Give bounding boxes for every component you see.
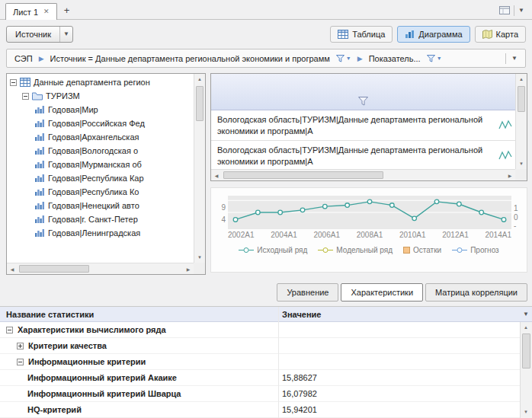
statistic-name: Информационные критерии bbox=[28, 357, 146, 366]
scroll-right-icon[interactable]: ▶ bbox=[183, 263, 194, 274]
collapse-icon[interactable] bbox=[22, 93, 29, 100]
breadcrumb-separator-icon: ▶ bbox=[357, 55, 363, 62]
statistic-row[interactable]: Информационный критерий Акаике15,88627 bbox=[0, 370, 520, 386]
statistic-row[interactable]: Информационные критерии bbox=[0, 354, 520, 370]
statistic-value: 15,94201 bbox=[278, 405, 520, 414]
tree-horizontal-scrollbar[interactable]: ◀ ▶ bbox=[7, 263, 194, 274]
scrollbar-thumb[interactable] bbox=[196, 86, 204, 121]
scroll-down-icon[interactable]: ▼ bbox=[516, 158, 527, 169]
tree-item[interactable]: Годовая|г. Санкт-Петер bbox=[7, 212, 194, 226]
statistic-value: 15,88627 bbox=[278, 373, 520, 382]
scroll-left-icon[interactable]: ◀ bbox=[7, 263, 18, 274]
statistic-row[interactable]: Информационный критерий Шварца16,07982 bbox=[0, 386, 520, 402]
tabbar-actions: ▼ bbox=[499, 5, 529, 16]
series-bars-icon bbox=[34, 132, 45, 142]
tree-item[interactable]: Годовая|Республика Кар bbox=[7, 171, 194, 185]
tree-item[interactable]: Годовая|Российская Фед bbox=[7, 116, 194, 130]
new-tab-button[interactable]: + bbox=[59, 2, 75, 18]
expand-icon[interactable] bbox=[17, 343, 24, 349]
indicator-filter-button[interactable]: ▼ bbox=[427, 55, 442, 62]
series-vertical-scrollbar[interactable]: ▲ ▼ bbox=[515, 74, 527, 169]
statistic-row[interactable]: HQ-критерий15,94201 bbox=[0, 402, 520, 418]
series-horizontal-scrollbar[interactable]: ◀ ▶ bbox=[211, 169, 515, 180]
view-table-button[interactable]: Таблица bbox=[330, 26, 393, 43]
tree-folder-turizm[interactable]: ТУРИЗМ bbox=[7, 89, 194, 103]
collapse-icon[interactable] bbox=[17, 359, 24, 365]
tab-sheet1[interactable]: Лист 1 ✕ bbox=[5, 3, 57, 20]
tree-item[interactable]: Годовая|Мир bbox=[7, 103, 194, 116]
legend-item: Исходный ряд bbox=[239, 246, 307, 254]
source-split-button[interactable]: Источник ▼ bbox=[6, 26, 73, 43]
tree-item[interactable]: Годовая|Республика Ко bbox=[7, 185, 194, 199]
tree-item[interactable]: Годовая|Ненецкий авто bbox=[7, 199, 194, 212]
scroll-down-icon[interactable]: ▼ bbox=[521, 407, 531, 417]
chart-area: 94 10- bbox=[216, 196, 522, 229]
tree-vertical-scrollbar[interactable]: ▲ ▼ bbox=[194, 74, 205, 263]
scrollbar-thumb[interactable] bbox=[522, 333, 530, 369]
x-tick-label: 2002A1 bbox=[228, 231, 254, 239]
tab-correlation-matrix[interactable]: Матрица корреляции bbox=[425, 283, 527, 302]
tree-root[interactable]: Данные департамента регион bbox=[7, 75, 194, 89]
view-chart-label: Диаграмма bbox=[418, 30, 462, 39]
scrollbar-corner bbox=[194, 263, 205, 274]
legend-item: Прогноз bbox=[452, 246, 499, 254]
view-chart-button[interactable]: Диаграмма bbox=[397, 26, 470, 43]
tab-equation[interactable]: Уравнение bbox=[277, 283, 338, 302]
tab-characteristics[interactable]: Характеристики bbox=[341, 283, 423, 302]
tabbar-dropdown-caret[interactable]: ▼ bbox=[518, 8, 524, 14]
header-dropdown-caret[interactable]: ▼ bbox=[523, 311, 529, 317]
scrollbar-thumb[interactable] bbox=[19, 265, 89, 273]
analysis-tab-bar: Уравнение Характеристики Матрица корреля… bbox=[277, 283, 527, 302]
column-header-value[interactable]: Значение bbox=[278, 310, 321, 319]
breadcrumb-source-filter[interactable]: Источник = Данные департамента региональ… bbox=[50, 54, 330, 63]
tree-item[interactable]: Годовая|Ленинградская bbox=[7, 226, 194, 240]
y-tick-label: 9 bbox=[221, 203, 226, 212]
chart-y-axis-left: 94 bbox=[216, 196, 228, 229]
breadcrumb-root[interactable]: СЭП bbox=[14, 54, 33, 63]
scroll-down-icon[interactable]: ▼ bbox=[194, 252, 205, 263]
source-button[interactable]: Источник bbox=[7, 27, 59, 42]
scroll-up-icon[interactable]: ▲ bbox=[194, 74, 205, 85]
column-header-name[interactable]: Название статистики bbox=[0, 310, 278, 319]
x-tick-label: 2010A1 bbox=[399, 231, 425, 239]
statistic-row[interactable]: Критерии качества bbox=[0, 338, 520, 354]
statistic-name-cell: Информационный критерий Шварца bbox=[0, 389, 278, 398]
chart-plot bbox=[228, 196, 511, 229]
scroll-up-icon[interactable]: ▲ bbox=[521, 322, 531, 333]
scroll-right-icon[interactable]: ▶ bbox=[505, 170, 515, 180]
collapse-icon[interactable] bbox=[6, 327, 13, 333]
stats-vertical-scrollbar[interactable]: ▲ ▼ bbox=[520, 322, 532, 418]
series-row[interactable]: Вологодская область|ТУРИЗМ|Данные департ… bbox=[211, 141, 515, 169]
source-filter-button[interactable]: ▼ bbox=[336, 55, 351, 62]
sparkline-icon bbox=[498, 149, 513, 164]
tree-item[interactable]: Годовая|Вологодская о bbox=[7, 144, 194, 158]
legend-label: Модельный ряд bbox=[336, 246, 393, 254]
statistic-row[interactable]: Характеристики вычислимого ряда bbox=[0, 322, 520, 338]
funnel-icon bbox=[336, 55, 345, 62]
tab-close-icon[interactable]: ✕ bbox=[43, 8, 50, 15]
funnel-icon bbox=[358, 97, 368, 106]
scrollbar-thumb[interactable] bbox=[518, 86, 525, 112]
legend-item: Остатки bbox=[403, 246, 441, 254]
tree-item[interactable]: Годовая|Мурманская об bbox=[7, 158, 194, 171]
breadcrumb-dropdown-caret[interactable]: ▼ bbox=[511, 56, 518, 62]
tree-item-label: Годовая|Ненецкий авто bbox=[48, 201, 139, 210]
tree-item[interactable]: Годовая|Архангельская bbox=[7, 130, 194, 144]
scroll-left-icon[interactable]: ◀ bbox=[211, 170, 222, 180]
statistic-name-cell: Критерии качества bbox=[0, 341, 278, 350]
line-chart bbox=[228, 196, 511, 229]
collapse-icon[interactable] bbox=[10, 79, 17, 86]
statistics-rows: Характеристики вычислимого рядаКритерии … bbox=[0, 322, 520, 418]
series-table-header[interactable] bbox=[211, 74, 515, 110]
scrollbar-thumb[interactable] bbox=[223, 171, 383, 179]
tree-item-label: Годовая|Республика Ко bbox=[48, 187, 139, 196]
series-row[interactable]: Вологодская область|ТУРИЗМ|Данные департ… bbox=[211, 110, 515, 141]
tree-item-label: Годовая|г. Санкт-Петер bbox=[48, 215, 138, 224]
chart-panel: 94 10- 2002A12004A12006A12008A12010A1201… bbox=[210, 187, 527, 273]
statistic-value: 16,07982 bbox=[278, 389, 520, 398]
sheet-layout-icon[interactable] bbox=[499, 6, 510, 16]
breadcrumb-indicator-filter[interactable]: Показатель... bbox=[369, 54, 421, 63]
source-dropdown-caret[interactable]: ▼ bbox=[59, 27, 72, 42]
scroll-up-icon[interactable]: ▲ bbox=[516, 74, 527, 85]
view-map-button[interactable]: Карта bbox=[475, 26, 526, 43]
